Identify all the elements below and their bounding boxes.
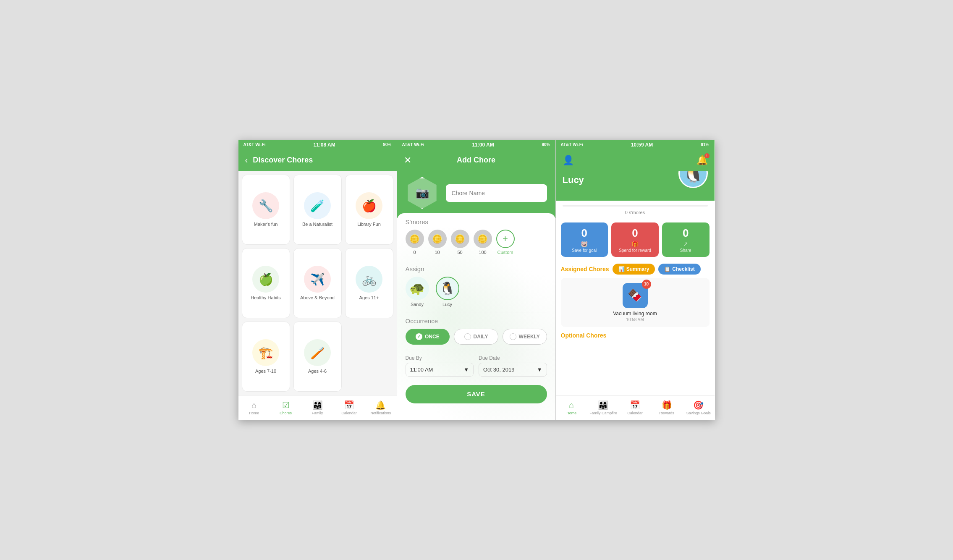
- tab-chores[interactable]: ☑ Chores: [270, 395, 301, 420]
- chore-card-library-fun[interactable]: 🍎 Library Fun: [345, 175, 393, 245]
- smores-row: 🪙 0 🪙 10 🪙 50 🪙 100: [406, 230, 547, 255]
- optional-chores-label: Optional Chores: [556, 330, 715, 340]
- chore-card-be-naturalist[interactable]: 🧪 Be a Naturalist: [293, 175, 342, 245]
- chores-grid: 🔧 Maker's fun 🧪 Be a Naturalist 🍎 Librar…: [238, 171, 397, 395]
- smores-option-10[interactable]: 🪙 10: [428, 230, 447, 255]
- tab-family-label: Family: [312, 411, 323, 415]
- chore-name-input[interactable]: [446, 184, 547, 202]
- smores-label: S'mores: [406, 218, 547, 225]
- tab-calendar-label: Calendar: [341, 411, 357, 415]
- smores-option-0[interactable]: 🪙 0: [406, 230, 424, 255]
- tab-savings-goals[interactable]: 🎯 Savings Goals: [683, 395, 715, 420]
- coin-icon-100: 🪙: [474, 230, 492, 248]
- chore-card-ages-11[interactable]: 🚲 Ages 11+: [345, 248, 393, 318]
- smores-option-100[interactable]: 🪙 100: [474, 230, 492, 255]
- back-button[interactable]: ‹: [245, 155, 248, 165]
- tab-savings-goals-label: Savings Goals: [686, 411, 711, 415]
- assigned-chores-label: Assigned Chores: [561, 266, 609, 272]
- tab-calendar[interactable]: 📅 Calendar: [333, 395, 365, 420]
- due-section: Due By 11:00 AM ▼ Due Date Oct 30, 2019 …: [397, 350, 555, 382]
- green-banner: Lucy 🐧: [556, 171, 715, 201]
- occurrence-once[interactable]: ✓ ONCE: [406, 329, 450, 345]
- assignee-sandy[interactable]: 🐢 Sandy: [406, 277, 429, 307]
- chore-card-healthy-habits[interactable]: 🍏 Healthy Habits: [242, 248, 290, 318]
- occurrence-weekly[interactable]: WEEKLY: [503, 329, 547, 345]
- save-goal-num: 0: [581, 227, 587, 240]
- radio-weekly: [510, 333, 516, 340]
- due-date-value: Oct 30, 2019: [483, 366, 514, 373]
- share-card[interactable]: 0 ↗ Share: [662, 222, 710, 257]
- due-date-item: Due Date Oct 30, 2019 ▼: [479, 355, 547, 377]
- occurrence-label: Occurrence: [406, 317, 547, 324]
- screen-lucy-profile: AT&T Wi-Fi 10:59 AM 91% 👤 🔔 ! Lucy 🐧: [556, 140, 715, 420]
- chore-label-makers-fun: Maker's fun: [254, 222, 278, 227]
- due-by-select[interactable]: 11:00 AM ▼: [406, 363, 474, 377]
- assign-label: Assign: [406, 265, 547, 272]
- chore-label-above-beyond: Above & Beyond: [300, 295, 335, 300]
- tab-rewards[interactable]: 🎁 Rewards: [651, 395, 683, 420]
- savings-goals-icon: 🎯: [693, 400, 704, 410]
- due-date-select[interactable]: Oct 30, 2019 ▼: [479, 363, 547, 377]
- tab-home-3[interactable]: ⌂ Home: [556, 395, 588, 420]
- chore-icon-makers-fun: 🔧: [252, 192, 279, 219]
- chore-card-above-beyond[interactable]: ✈️ Above & Beyond: [293, 248, 342, 318]
- status-bar-2: AT&T Wi-Fi 11:00 AM 90%: [397, 140, 555, 149]
- smores-option-50[interactable]: 🪙 50: [451, 230, 469, 255]
- spend-reward-card[interactable]: 0 🎁 Spend for reward: [611, 222, 659, 257]
- chore-icon-healthy-habits: 🍏: [252, 266, 279, 293]
- user-icon: 👤: [563, 155, 574, 166]
- chore-card-ages-4-6[interactable]: 🪥 Ages 4-6: [293, 322, 342, 392]
- due-by-item: Due By 11:00 AM ▼: [406, 355, 474, 377]
- battery-3: 91%: [701, 142, 709, 147]
- photo-button[interactable]: 📷: [406, 176, 439, 210]
- tab-home-label: Home: [249, 411, 259, 415]
- share-label: Share: [680, 248, 691, 253]
- share-num: 0: [683, 227, 689, 240]
- chore-name-vacuum: Vacuum living room: [613, 311, 657, 317]
- checklist-tab[interactable]: 📋 Checklist: [658, 264, 700, 275]
- tab-family[interactable]: 👨‍👩‍👧 Family: [301, 395, 333, 420]
- camera-icon: 📷: [406, 177, 438, 209]
- coin-label-10: 10: [435, 250, 440, 255]
- tab-calendar-3[interactable]: 📅 Calendar: [619, 395, 651, 420]
- close-button[interactable]: ✕: [404, 155, 411, 166]
- time-2: 11:00 AM: [472, 142, 494, 148]
- tab-notifications-label: Notifications: [370, 411, 391, 415]
- smores-suffix: s'mores: [628, 210, 645, 215]
- carrier-1: AT&T Wi-Fi: [243, 142, 266, 147]
- family-campfire-icon: 👨‍👩‍👧: [598, 400, 608, 410]
- occurrence-daily[interactable]: DAILY: [454, 329, 498, 345]
- lucy-header: 👤 🔔 !: [556, 149, 715, 171]
- coin-icon-0: 🪙: [406, 230, 424, 248]
- plus-icon: +: [496, 230, 515, 248]
- status-bar-3: AT&T Wi-Fi 10:59 AM 91%: [556, 140, 715, 149]
- custom-button[interactable]: + Custom: [496, 230, 515, 255]
- add-chore-header: ✕ Add Chore: [397, 149, 555, 171]
- summary-tab[interactable]: 📊 Summary: [613, 264, 655, 275]
- save-label: SAVE: [467, 390, 485, 398]
- tab-bar-1: ⌂ Home ☑ Chores 👨‍👩‍👧 Family 📅 Calendar …: [238, 395, 397, 420]
- family-icon: 👨‍👩‍👧: [312, 400, 323, 410]
- check-icon-once: ✓: [416, 333, 422, 340]
- save-goal-card[interactable]: 0 🐷 Save for goal: [561, 222, 608, 257]
- weekly-label: WEEKLY: [519, 334, 540, 340]
- chore-item-vacuum[interactable]: 🍫 10 Vacuum living room 10:58 AM: [561, 278, 710, 327]
- save-button[interactable]: SAVE: [406, 385, 547, 403]
- chore-card-makers-fun[interactable]: 🔧 Maker's fun: [242, 175, 290, 245]
- chore-icon-above-beyond: ✈️: [304, 266, 331, 293]
- once-label: ONCE: [425, 334, 440, 340]
- discover-chores-header: ‹ Discover Chores: [238, 149, 397, 171]
- tab-family-campfire[interactable]: 👨‍👩‍👧 Family Campfire: [587, 395, 619, 420]
- custom-label: Custom: [497, 250, 513, 255]
- chore-card-ages-7-10[interactable]: 🏗️ Ages 7-10: [242, 322, 290, 392]
- tab-home[interactable]: ⌂ Home: [238, 395, 270, 420]
- chore-label-be-naturalist: Be a Naturalist: [302, 222, 333, 227]
- assignee-lucy[interactable]: 🐧 Lucy: [436, 277, 459, 307]
- assign-section: Assign 🐢 Sandy 🐧 Lucy: [397, 260, 555, 312]
- time-1: 11:08 AM: [313, 142, 335, 148]
- chores-tabs: Assigned Chores 📊 Summary 📋 Checklist: [556, 260, 715, 275]
- tab-notifications[interactable]: 🔔 Notifications: [365, 395, 396, 420]
- action-cards: 0 🐷 Save for goal 0 🎁 Spend for reward 0…: [556, 219, 715, 260]
- bell-wrapper: 🔔 !: [696, 155, 708, 166]
- calendar-icon: 📅: [344, 400, 354, 410]
